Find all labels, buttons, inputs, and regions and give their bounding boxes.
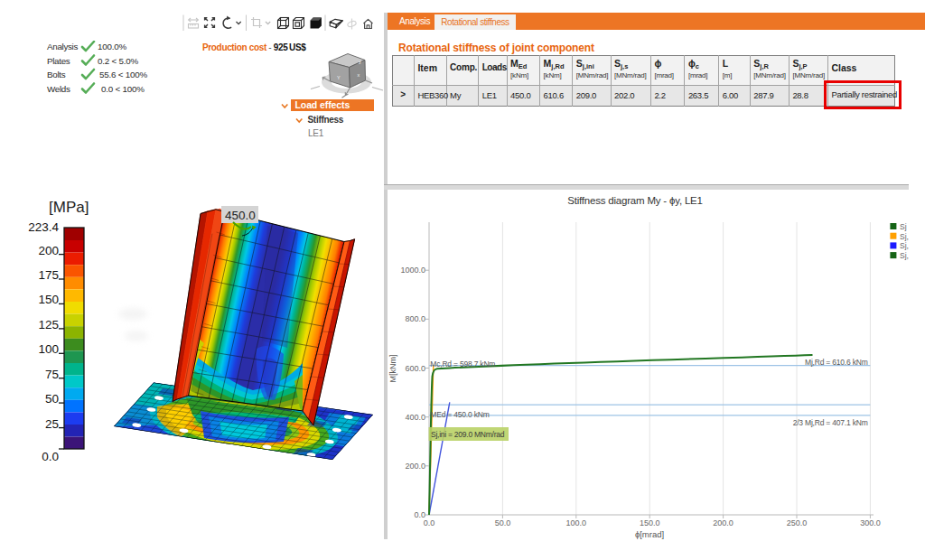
svg-text:Y: Y xyxy=(337,75,341,80)
svg-text:MEd = 450.0 kNm: MEd = 450.0 kNm xyxy=(430,410,489,419)
svg-text:Sj,ini = 209.0 MNm/rad: Sj,ini = 209.0 MNm/rad xyxy=(431,430,505,439)
svg-text:Mj,Rd = 610.6 kNm: Mj,Rd = 610.6 kNm xyxy=(805,358,868,367)
svg-text:100.0: 100.0 xyxy=(566,518,587,527)
svg-text:ϕ[mrad]: ϕ[mrad] xyxy=(635,529,664,539)
svg-text:z: z xyxy=(359,60,361,65)
svg-text:1000.0: 1000.0 xyxy=(400,266,425,275)
svg-text:400.0: 400.0 xyxy=(405,413,425,422)
svg-text:200.0: 200.0 xyxy=(713,518,733,527)
svg-text:Sj: Sj xyxy=(900,222,907,231)
svg-text:x: x xyxy=(358,72,360,78)
svg-text:Sj,: Sj, xyxy=(900,251,909,260)
svg-text:200.0: 200.0 xyxy=(405,462,425,471)
svg-text:450.0: 450.0 xyxy=(225,209,256,222)
svg-text:50.0: 50.0 xyxy=(495,518,511,527)
svg-text:150.0: 150.0 xyxy=(640,518,660,527)
svg-text:Mc,Rd = 598.7 kNm: Mc,Rd = 598.7 kNm xyxy=(430,359,495,369)
svg-text:0.0: 0.0 xyxy=(424,518,435,527)
svg-text:800.0: 800.0 xyxy=(405,314,425,323)
svg-text:600.0: 600.0 xyxy=(405,364,425,373)
svg-text:M[kNm]: M[kNm] xyxy=(388,355,397,383)
svg-text:300.0: 300.0 xyxy=(860,518,881,527)
svg-text:Sj,: Sj, xyxy=(900,241,909,250)
svg-text:250.0: 250.0 xyxy=(787,518,808,527)
svg-text:2/3 Mj,Rd = 407.1 kNm: 2/3 Mj,Rd = 407.1 kNm xyxy=(793,418,868,427)
svg-text:Sj,: Sj, xyxy=(900,232,909,241)
svg-text:Stiffness diagram My - ϕy, LE1: Stiffness diagram My - ϕy, LE1 xyxy=(567,195,703,206)
